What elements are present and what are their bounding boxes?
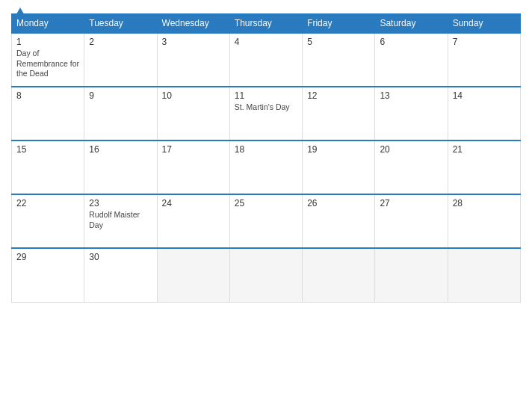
- weekday-header-tuesday: Tuesday: [84, 14, 157, 34]
- calendar-cell: 22: [12, 194, 84, 248]
- day-number: 27: [380, 198, 442, 208]
- calendar-cell: 16: [84, 140, 157, 194]
- day-number: 14: [453, 90, 516, 101]
- event-text: St. Martin's Day: [235, 102, 297, 113]
- calendar-cell: 8: [12, 87, 84, 140]
- calendar-cell: [303, 248, 375, 302]
- day-number: 7: [453, 37, 516, 47]
- calendar-cell: 24: [157, 194, 229, 248]
- calendar-cell: 26: [303, 194, 375, 248]
- calendar-cell: 20: [375, 140, 448, 194]
- day-number: 16: [89, 144, 152, 155]
- calendar-table: MondayTuesdayWednesdayThursdayFridaySatu…: [11, 13, 521, 303]
- day-number: 15: [16, 144, 79, 155]
- weekday-header-saturday: Saturday: [375, 14, 448, 34]
- calendar-cell: 6: [375, 33, 448, 87]
- calendar-cell: [229, 248, 302, 302]
- calendar-cell: [448, 248, 520, 302]
- day-number: 9: [89, 90, 152, 101]
- week-row-4: 2223Rudolf Maister Day2425262728: [12, 194, 521, 248]
- calendar-cell: 15: [12, 140, 84, 194]
- calendar-cell: 2: [84, 33, 157, 87]
- event-text: Day of Remembrance for the Dead: [16, 49, 79, 79]
- calendar-header: MondayTuesdayWednesdayThursdayFridaySatu…: [12, 14, 521, 34]
- calendar-cell: 28: [448, 194, 520, 248]
- calendar-cell: 5: [303, 33, 375, 87]
- day-number: 29: [16, 252, 79, 262]
- logo-triangle-icon: [14, 7, 26, 18]
- calendar-cell: 10: [157, 87, 229, 140]
- day-number: 25: [235, 198, 297, 208]
- day-number: 26: [307, 198, 370, 208]
- day-number: 8: [16, 90, 79, 101]
- calendar-cell: 3: [157, 33, 229, 87]
- week-row-3: 15161718192021: [12, 140, 521, 194]
- week-row-5: 2930: [12, 248, 521, 302]
- day-number: 11: [235, 90, 297, 101]
- day-number: 21: [453, 144, 516, 155]
- calendar-cell: 29: [12, 248, 84, 302]
- week-row-2: 891011St. Martin's Day121314: [12, 87, 521, 140]
- day-number: 19: [307, 144, 370, 155]
- calendar-cell: 18: [229, 140, 302, 194]
- weekday-header-sunday: Sunday: [448, 14, 520, 34]
- day-number: 3: [162, 37, 225, 47]
- week-row-1: 1Day of Remembrance for the Dead234567: [12, 33, 521, 87]
- calendar-cell: 19: [303, 140, 375, 194]
- calendar-cell: [375, 248, 448, 302]
- day-number: 18: [235, 144, 297, 155]
- calendar-cell: 11St. Martin's Day: [229, 87, 302, 140]
- calendar-cell: 17: [157, 140, 229, 194]
- calendar-cell: [157, 248, 229, 302]
- weekday-header-thursday: Thursday: [229, 14, 302, 34]
- logo-blue-text: [11, 7, 26, 18]
- day-number: 12: [307, 90, 370, 101]
- day-number: 20: [380, 144, 442, 155]
- day-number: 24: [162, 198, 225, 208]
- day-number: 4: [235, 37, 297, 47]
- weekday-header-wednesday: Wednesday: [157, 14, 229, 34]
- page: MondayTuesdayWednesdayThursdayFridaySatu…: [0, 0, 532, 411]
- calendar-cell: 7: [448, 33, 520, 87]
- calendar-cell: 30: [84, 248, 157, 302]
- weekday-header-friday: Friday: [303, 14, 375, 34]
- day-number: 30: [89, 252, 152, 262]
- day-number: 1: [16, 37, 79, 47]
- calendar-cell: 13: [375, 87, 448, 140]
- calendar-cell: 27: [375, 194, 448, 248]
- calendar-cell: 1Day of Remembrance for the Dead: [12, 33, 84, 87]
- day-number: 22: [16, 198, 79, 208]
- weekday-row: MondayTuesdayWednesdayThursdayFridaySatu…: [12, 14, 521, 34]
- calendar-cell: 21: [448, 140, 520, 194]
- logo: [11, 7, 26, 18]
- calendar-cell: 12: [303, 87, 375, 140]
- day-number: 17: [162, 144, 225, 155]
- day-number: 28: [453, 198, 516, 208]
- day-number: 6: [380, 37, 442, 47]
- event-text: Rudolf Maister Day: [89, 210, 152, 230]
- day-number: 23: [89, 198, 152, 208]
- calendar-body: 1Day of Remembrance for the Dead23456789…: [12, 33, 521, 302]
- day-number: 2: [89, 37, 152, 47]
- day-number: 10: [162, 90, 225, 101]
- day-number: 5: [307, 37, 370, 47]
- calendar-cell: 14: [448, 87, 520, 140]
- calendar-cell: 4: [229, 33, 302, 87]
- calendar-cell: 23Rudolf Maister Day: [84, 194, 157, 248]
- calendar-cell: 25: [229, 194, 302, 248]
- calendar-cell: 9: [84, 87, 157, 140]
- day-number: 13: [380, 90, 442, 101]
